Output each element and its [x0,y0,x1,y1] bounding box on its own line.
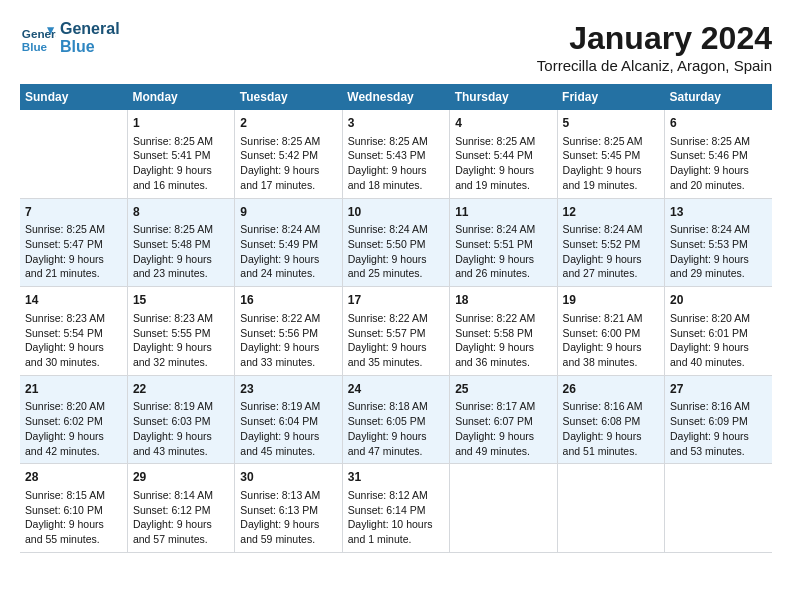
calendar-cell [557,464,664,553]
calendar-cell: 16Sunrise: 8:22 AMSunset: 5:56 PMDayligh… [235,287,342,376]
logo-icon: General Blue [20,20,56,56]
calendar-cell [20,110,127,198]
day-number: 8 [133,204,229,221]
sun-info: Sunrise: 8:23 AMSunset: 5:55 PMDaylight:… [133,311,229,370]
sun-info: Sunrise: 8:25 AMSunset: 5:46 PMDaylight:… [670,134,767,193]
day-number: 26 [563,381,659,398]
calendar-cell: 19Sunrise: 8:21 AMSunset: 6:00 PMDayligh… [557,287,664,376]
day-header-tuesday: Tuesday [235,84,342,110]
logo-blue-text: Blue [60,38,120,56]
week-row-1: 1Sunrise: 8:25 AMSunset: 5:41 PMDaylight… [20,110,772,198]
sun-info: Sunrise: 8:16 AMSunset: 6:09 PMDaylight:… [670,399,767,458]
calendar-cell: 8Sunrise: 8:25 AMSunset: 5:48 PMDaylight… [127,198,234,287]
calendar-cell: 24Sunrise: 8:18 AMSunset: 6:05 PMDayligh… [342,375,449,464]
calendar-cell: 6Sunrise: 8:25 AMSunset: 5:46 PMDaylight… [665,110,772,198]
header-row: SundayMondayTuesdayWednesdayThursdayFrid… [20,84,772,110]
svg-text:Blue: Blue [22,40,48,53]
day-header-saturday: Saturday [665,84,772,110]
calendar-cell: 26Sunrise: 8:16 AMSunset: 6:08 PMDayligh… [557,375,664,464]
day-number: 28 [25,469,122,486]
day-number: 14 [25,292,122,309]
calendar-cell: 3Sunrise: 8:25 AMSunset: 5:43 PMDaylight… [342,110,449,198]
calendar-cell: 2Sunrise: 8:25 AMSunset: 5:42 PMDaylight… [235,110,342,198]
sun-info: Sunrise: 8:25 AMSunset: 5:45 PMDaylight:… [563,134,659,193]
sun-info: Sunrise: 8:24 AMSunset: 5:53 PMDaylight:… [670,222,767,281]
page-header: General Blue General Blue January 2024 T… [20,20,772,74]
calendar-cell: 30Sunrise: 8:13 AMSunset: 6:13 PMDayligh… [235,464,342,553]
week-row-3: 14Sunrise: 8:23 AMSunset: 5:54 PMDayligh… [20,287,772,376]
title-block: January 2024 Torrecilla de Alcaniz, Arag… [537,20,772,74]
day-number: 24 [348,381,444,398]
week-row-5: 28Sunrise: 8:15 AMSunset: 6:10 PMDayligh… [20,464,772,553]
day-header-wednesday: Wednesday [342,84,449,110]
calendar-cell: 5Sunrise: 8:25 AMSunset: 5:45 PMDaylight… [557,110,664,198]
day-number: 1 [133,115,229,132]
calendar-cell: 17Sunrise: 8:22 AMSunset: 5:57 PMDayligh… [342,287,449,376]
calendar-cell: 15Sunrise: 8:23 AMSunset: 5:55 PMDayligh… [127,287,234,376]
day-number: 18 [455,292,551,309]
sun-info: Sunrise: 8:25 AMSunset: 5:44 PMDaylight:… [455,134,551,193]
sun-info: Sunrise: 8:24 AMSunset: 5:51 PMDaylight:… [455,222,551,281]
day-number: 21 [25,381,122,398]
day-number: 25 [455,381,551,398]
day-number: 20 [670,292,767,309]
calendar-cell [665,464,772,553]
sun-info: Sunrise: 8:24 AMSunset: 5:52 PMDaylight:… [563,222,659,281]
day-number: 27 [670,381,767,398]
day-number: 30 [240,469,336,486]
day-header-friday: Friday [557,84,664,110]
sun-info: Sunrise: 8:25 AMSunset: 5:42 PMDaylight:… [240,134,336,193]
sun-info: Sunrise: 8:23 AMSunset: 5:54 PMDaylight:… [25,311,122,370]
page-title: January 2024 [537,20,772,57]
calendar-cell: 28Sunrise: 8:15 AMSunset: 6:10 PMDayligh… [20,464,127,553]
calendar-cell: 21Sunrise: 8:20 AMSunset: 6:02 PMDayligh… [20,375,127,464]
calendar-cell: 20Sunrise: 8:20 AMSunset: 6:01 PMDayligh… [665,287,772,376]
sun-info: Sunrise: 8:13 AMSunset: 6:13 PMDaylight:… [240,488,336,547]
day-number: 19 [563,292,659,309]
sun-info: Sunrise: 8:24 AMSunset: 5:49 PMDaylight:… [240,222,336,281]
calendar-cell: 12Sunrise: 8:24 AMSunset: 5:52 PMDayligh… [557,198,664,287]
day-number: 11 [455,204,551,221]
day-number: 12 [563,204,659,221]
calendar-cell: 4Sunrise: 8:25 AMSunset: 5:44 PMDaylight… [450,110,557,198]
day-number: 17 [348,292,444,309]
day-header-thursday: Thursday [450,84,557,110]
sun-info: Sunrise: 8:20 AMSunset: 6:01 PMDaylight:… [670,311,767,370]
sun-info: Sunrise: 8:24 AMSunset: 5:50 PMDaylight:… [348,222,444,281]
day-number: 31 [348,469,444,486]
calendar-cell: 10Sunrise: 8:24 AMSunset: 5:50 PMDayligh… [342,198,449,287]
day-header-monday: Monday [127,84,234,110]
logo: General Blue General Blue [20,20,120,56]
sun-info: Sunrise: 8:21 AMSunset: 6:00 PMDaylight:… [563,311,659,370]
sun-info: Sunrise: 8:25 AMSunset: 5:41 PMDaylight:… [133,134,229,193]
day-number: 16 [240,292,336,309]
day-number: 13 [670,204,767,221]
calendar-cell: 27Sunrise: 8:16 AMSunset: 6:09 PMDayligh… [665,375,772,464]
calendar-cell: 25Sunrise: 8:17 AMSunset: 6:07 PMDayligh… [450,375,557,464]
day-number: 5 [563,115,659,132]
day-number: 3 [348,115,444,132]
sun-info: Sunrise: 8:14 AMSunset: 6:12 PMDaylight:… [133,488,229,547]
week-row-2: 7Sunrise: 8:25 AMSunset: 5:47 PMDaylight… [20,198,772,287]
day-number: 9 [240,204,336,221]
sun-info: Sunrise: 8:25 AMSunset: 5:47 PMDaylight:… [25,222,122,281]
calendar-cell: 18Sunrise: 8:22 AMSunset: 5:58 PMDayligh… [450,287,557,376]
day-number: 2 [240,115,336,132]
calendar-cell: 29Sunrise: 8:14 AMSunset: 6:12 PMDayligh… [127,464,234,553]
sun-info: Sunrise: 8:22 AMSunset: 5:58 PMDaylight:… [455,311,551,370]
calendar-table: SundayMondayTuesdayWednesdayThursdayFrid… [20,84,772,553]
day-number: 4 [455,115,551,132]
sun-info: Sunrise: 8:16 AMSunset: 6:08 PMDaylight:… [563,399,659,458]
sun-info: Sunrise: 8:22 AMSunset: 5:56 PMDaylight:… [240,311,336,370]
calendar-cell: 22Sunrise: 8:19 AMSunset: 6:03 PMDayligh… [127,375,234,464]
sun-info: Sunrise: 8:19 AMSunset: 6:04 PMDaylight:… [240,399,336,458]
calendar-cell [450,464,557,553]
sun-info: Sunrise: 8:20 AMSunset: 6:02 PMDaylight:… [25,399,122,458]
day-number: 23 [240,381,336,398]
sun-info: Sunrise: 8:19 AMSunset: 6:03 PMDaylight:… [133,399,229,458]
sun-info: Sunrise: 8:25 AMSunset: 5:43 PMDaylight:… [348,134,444,193]
sun-info: Sunrise: 8:17 AMSunset: 6:07 PMDaylight:… [455,399,551,458]
calendar-cell: 31Sunrise: 8:12 AMSunset: 6:14 PMDayligh… [342,464,449,553]
sun-info: Sunrise: 8:12 AMSunset: 6:14 PMDaylight:… [348,488,444,547]
sun-info: Sunrise: 8:22 AMSunset: 5:57 PMDaylight:… [348,311,444,370]
